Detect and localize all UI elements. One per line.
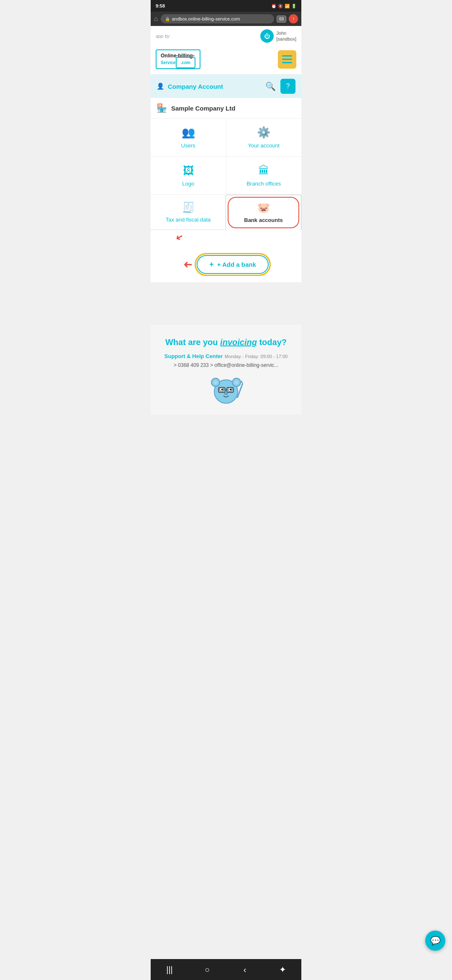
footer-tagline: What are you invoicing today? xyxy=(159,336,293,348)
company-account-icon: 👤 xyxy=(157,83,164,90)
user-area: ⏻ John [sandbox] xyxy=(260,29,296,43)
battery-icon: 🔋 xyxy=(291,4,296,8)
company-account-title-area: 👤 Company Account xyxy=(157,83,223,90)
bottom-nav-spacer xyxy=(151,415,301,438)
user-avatar[interactable]: ⏻ xyxy=(260,29,274,43)
add-bank-with-arrow: ➜ + + Add a bank xyxy=(183,255,269,274)
user-name: John [sandbox] xyxy=(276,30,296,42)
status-bar: 9:58 ⏰ 🔇 📶 🔋 xyxy=(151,0,301,12)
tab-count[interactable]: 69 xyxy=(277,15,286,23)
tab-tax-label: Tax and fiscal data xyxy=(166,217,211,223)
invoicing-word: invoicing xyxy=(220,338,257,347)
add-bank-label: + Add a bank xyxy=(217,261,256,268)
app-header-top: app by ⏻ John [sandbox] xyxy=(151,26,301,46)
signal-icon: 📶 xyxy=(285,4,290,8)
footer-marketing: What are you invoicing today? Support & … xyxy=(151,325,301,415)
users-label: Users xyxy=(181,142,195,149)
footer-hours-text: Monday - Friday: 09:00 - 17:00 xyxy=(225,354,288,359)
svg-point-4 xyxy=(234,380,239,384)
your-account-icon: ⚙️ xyxy=(257,126,270,139)
logo-icon: 🖼 xyxy=(183,164,194,177)
tab-tax-fiscal-data[interactable]: 🧾 Tax and fiscal data xyxy=(151,195,226,230)
logo: Online-billing- Service.com xyxy=(156,49,200,69)
footer-phone: > 0368 409 233 xyxy=(174,362,209,368)
menu-item-your-account[interactable]: ⚙️ Your account xyxy=(226,119,302,156)
arrow-icon: ➜ xyxy=(174,230,186,244)
menu-item-users[interactable]: 👥 Users xyxy=(151,119,226,156)
bank-icon: 🐷 xyxy=(257,202,270,214)
lock-icon: 🔒 xyxy=(165,17,170,21)
user-sub-label: [sandbox] xyxy=(276,36,296,42)
add-bank-section: ➜ + + Add a bank xyxy=(151,242,301,283)
your-account-label: Your account xyxy=(248,142,280,149)
svg-point-7 xyxy=(221,389,223,391)
mascot-area xyxy=(159,368,293,406)
logo-line2: Service.com xyxy=(161,59,195,66)
menu-grid: 👥 Users ⚙️ Your account 🖼 Logo 🏛 Branch … xyxy=(151,119,301,195)
user-first-name: John xyxy=(276,30,296,36)
add-bank-row: ➜ + + Add a bank xyxy=(183,255,269,274)
menu-item-branch-offices[interactable]: 🏛 Branch offices xyxy=(226,157,302,194)
tab-bank-accounts[interactable]: 🐷 Bank accounts xyxy=(226,195,301,230)
svg-point-8 xyxy=(230,389,232,391)
arrow-to-button-icon: ➜ xyxy=(183,258,193,271)
hamburger-line-3 xyxy=(282,62,292,63)
tab-bank-label: Bank accounts xyxy=(244,217,282,223)
banner-action-icons: 🔍 ? xyxy=(263,79,295,94)
menu-row-1: 👥 Users ⚙️ Your account xyxy=(151,119,301,157)
footer-contact: > 0368 409 233 > office@online-billing-s… xyxy=(159,362,293,368)
upload-icon[interactable]: ↑ xyxy=(289,14,298,23)
tabs-row: 🧾 Tax and fiscal data 🐷 Bank accounts xyxy=(151,195,301,230)
app-header-logo: Online-billing- Service.com xyxy=(151,46,301,75)
browser-bar: ⌂ 🔒 andbox.online-billing-service.com 69… xyxy=(151,12,301,26)
menu-row-2: 🖼 Logo 🏛 Branch offices xyxy=(151,157,301,195)
add-bank-button[interactable]: + + Add a bank xyxy=(197,255,269,274)
mascot-bear xyxy=(207,375,245,406)
status-time: 9:58 xyxy=(156,3,165,8)
search-icon[interactable]: 🔍 xyxy=(263,79,278,94)
company-name-row: 🏪 Sample Company Ltd xyxy=(151,98,301,119)
branch-offices-label: Branch offices xyxy=(247,181,281,187)
svg-point-3 xyxy=(213,380,218,384)
url-text: andbox.online-billing-service.com xyxy=(172,16,240,21)
app-by-text: app by xyxy=(156,34,170,39)
company-account-banner: 👤 Company Account 🔍 ? xyxy=(151,75,301,98)
help-button[interactable]: ? xyxy=(280,79,295,94)
support-label: Support & Help Center xyxy=(164,353,223,359)
status-icons: ⏰ 🔇 📶 🔋 xyxy=(271,4,296,8)
home-icon[interactable]: ⌂ xyxy=(154,15,158,23)
footer-email: > office@online-billing-servic... xyxy=(210,362,278,368)
users-icon: 👥 xyxy=(182,126,195,139)
arrow-annotation-tab: ➜ xyxy=(151,230,301,242)
plus-icon: + xyxy=(209,260,214,269)
menu-item-logo[interactable]: 🖼 Logo xyxy=(151,157,226,194)
mute-icon: 🔇 xyxy=(278,4,283,8)
hamburger-menu-button[interactable] xyxy=(278,50,296,69)
hamburger-line-1 xyxy=(282,55,292,57)
logo-label: Logo xyxy=(182,181,194,187)
svg-point-12 xyxy=(224,392,228,395)
alarm-icon: ⏰ xyxy=(271,4,276,8)
company-name: Sample Company Ltd xyxy=(171,105,235,112)
company-building-icon: 🏪 xyxy=(157,103,167,113)
url-bar[interactable]: 🔒 andbox.online-billing-service.com xyxy=(161,14,274,23)
company-account-title: Company Account xyxy=(168,83,223,90)
hamburger-line-2 xyxy=(282,59,292,60)
footer-support-row: Support & Help Center Monday - Friday: 0… xyxy=(159,352,293,360)
branch-offices-icon: 🏛 xyxy=(258,164,269,177)
tax-icon: 🧾 xyxy=(182,201,195,213)
content-spacer xyxy=(151,283,301,325)
